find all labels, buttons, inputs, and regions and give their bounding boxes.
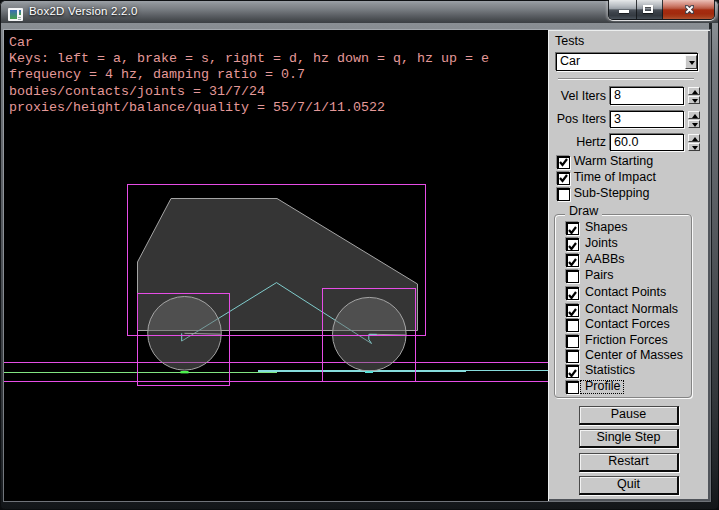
svg-text:proxies/height/balance/quality: proxies/height/balance/quality = 55/7/1/… [9,100,385,115]
svg-text:frequency = 4 hz, damping rati: frequency = 4 hz, damping ratio = 0.7 [9,67,305,82]
svg-text:bodies/contacts/joints = 31/7/: bodies/contacts/joints = 31/7/24 [9,84,265,99]
svg-text:Car: Car [9,35,33,50]
svg-text:Keys: left = a, brake = s, rig: Keys: left = a, brake = s, right = d, hz… [9,51,489,66]
